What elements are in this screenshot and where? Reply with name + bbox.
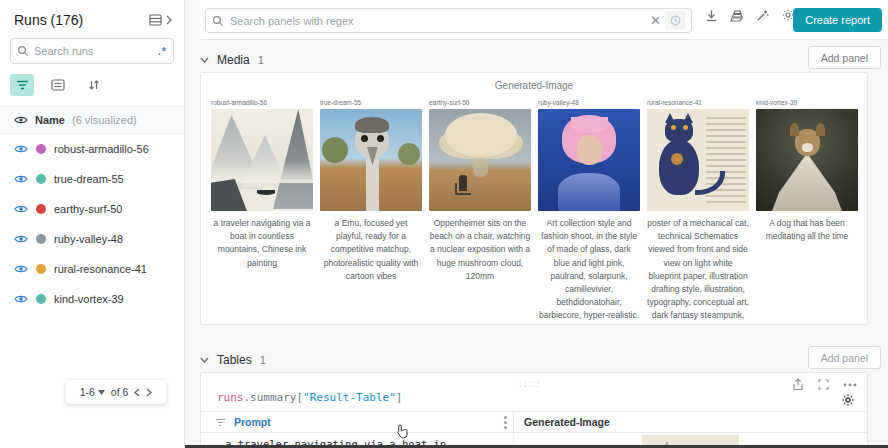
runs-pagination: 1-6 of 6 — [66, 380, 166, 404]
chevron-right-icon — [166, 15, 172, 25]
tables-section-header: Tables 1 Add panel — [200, 346, 888, 374]
chevron-down-icon[interactable] — [98, 390, 105, 395]
run-row[interactable]: rural-resonance-41 — [0, 254, 184, 284]
image-column-header: Generated-Image — [513, 412, 867, 432]
create-report-button[interactable]: Create report — [793, 8, 882, 32]
media-item: kind-vortex-39 A dog that has been medit… — [756, 99, 858, 325]
visibility-eye-icon[interactable] — [14, 294, 28, 304]
runs-name-header: Name (6 visualized) — [0, 106, 184, 134]
add-panel-button[interactable]: Add panel — [808, 46, 881, 69]
expr-object: runs — [217, 391, 244, 404]
media-run-label: true-dream-55 — [320, 99, 422, 109]
drag-handle-icon[interactable]: ::::: — [519, 379, 542, 389]
share-button[interactable] — [792, 378, 804, 391]
media-caption: a Emu, focused yet playful, ready for a … — [320, 217, 422, 283]
chevron-down-icon[interactable] — [200, 357, 209, 363]
media-item: robust-armadillo-56 a traveler navigatin… — [211, 99, 313, 325]
generated-image-panel: Generated-Image robust-armadillo-56 a tr… — [200, 72, 868, 325]
page-range[interactable]: 1-6 — [80, 386, 95, 398]
visibility-eye-icon[interactable] — [14, 174, 28, 184]
clear-search-button[interactable]: ✕ — [646, 14, 665, 27]
runs-search-input[interactable] — [34, 45, 158, 57]
table-settings-button[interactable] — [841, 393, 855, 407]
chevron-down-icon[interactable] — [200, 57, 209, 63]
run-name[interactable]: kind-vortex-39 — [54, 293, 124, 305]
panel-search-input[interactable] — [230, 15, 646, 27]
regex-toggle[interactable]: .* — [158, 45, 167, 57]
generated-image-thumbnail[interactable] — [647, 109, 749, 211]
column-menu-icon[interactable] — [504, 416, 507, 429]
filter-icon — [16, 80, 29, 91]
media-run-label: earthy-surf-50 — [429, 99, 531, 109]
run-row[interactable]: ruby-valley-48 — [0, 224, 184, 254]
run-row[interactable]: earthy-surf-50 — [0, 194, 184, 224]
media-item: earthy-surf-50 Oppenheimer sits on the b… — [429, 99, 531, 325]
list-icon — [51, 79, 65, 91]
add-panel-button[interactable]: Add panel — [808, 346, 881, 369]
expand-runs-table-button[interactable] — [149, 14, 172, 26]
fullscreen-button[interactable] — [818, 379, 829, 390]
media-item: true-dream-55 a Emu, focused yet playful… — [320, 99, 422, 325]
visibility-eye-icon[interactable] — [14, 204, 28, 214]
image-column-label[interactable]: Generated-Image — [524, 416, 610, 428]
weave-expression[interactable]: runs.summary["Result-Table"] — [217, 391, 402, 404]
media-caption: A dog that has been meditating all the t… — [756, 217, 858, 243]
result-table-panel: ::::: runs.summary["Result-Table"] Promp… — [200, 372, 868, 448]
group-runs-button[interactable] — [46, 74, 70, 96]
generated-image-thumbnail[interactable] — [211, 109, 313, 211]
ellipsis-icon — [843, 383, 857, 387]
media-section-title[interactable]: Media — [217, 53, 250, 67]
magic-wand-button[interactable] — [756, 9, 769, 22]
tables-panel-count: 1 — [260, 354, 266, 366]
generated-image-thumbnail[interactable] — [538, 109, 640, 211]
run-name[interactable]: rural-resonance-41 — [54, 263, 147, 275]
gear-icon — [841, 393, 855, 407]
media-run-label: ruby-valley-48 — [538, 99, 640, 109]
run-name[interactable]: earthy-surf-50 — [54, 203, 122, 215]
media-section-header: Media 1 Add panel — [200, 46, 888, 74]
table-panel-actions — [792, 378, 857, 391]
visualized-count: (6 visualized) — [72, 114, 137, 126]
run-name[interactable]: robust-armadillo-56 — [54, 143, 149, 155]
history-icon — [665, 11, 685, 30]
run-row[interactable]: kind-vortex-39 — [0, 284, 184, 314]
media-grid: robust-armadillo-56 a traveler navigatin… — [211, 99, 859, 325]
sort-runs-button[interactable] — [82, 74, 106, 96]
run-color-dot — [36, 264, 46, 274]
visibility-eye-icon[interactable] — [14, 264, 28, 274]
wandb-workspace: Runs (176) .* — [0, 0, 888, 448]
fullscreen-icon — [818, 379, 829, 390]
generated-image-thumbnail[interactable] — [320, 109, 422, 211]
media-caption: a traveler navigating via a boat in coun… — [211, 217, 313, 270]
workspace-main: ✕ Create report — [185, 0, 888, 448]
run-color-dot — [36, 294, 46, 304]
tables-section-title[interactable]: Tables — [217, 353, 252, 367]
prompt-column-header: Prompt — [201, 416, 513, 429]
search-icon — [212, 15, 224, 27]
run-row[interactable]: true-dream-55 — [0, 164, 184, 194]
runs-title: Runs (176) — [14, 12, 83, 28]
run-name[interactable]: true-dream-55 — [54, 173, 124, 185]
visibility-eye-icon[interactable] — [14, 144, 28, 154]
media-item: ruby-valley-48 Art collection style and … — [538, 99, 640, 325]
runs-title-label: Runs — [14, 12, 47, 28]
expr-accessor: .summary[ — [244, 391, 304, 404]
prompt-column-label[interactable]: Prompt — [234, 416, 271, 428]
overflow-menu-button[interactable] — [843, 383, 857, 387]
topbar-actions — [705, 8, 795, 22]
visibility-eye-icon[interactable] — [14, 234, 28, 244]
name-column-label: Name — [35, 114, 65, 126]
run-row[interactable]: robust-armadillo-56 — [0, 134, 184, 164]
generated-image-thumbnail[interactable] — [429, 109, 531, 211]
export-button[interactable] — [705, 9, 718, 22]
prev-page-button[interactable] — [134, 388, 140, 397]
next-page-button[interactable] — [146, 388, 152, 397]
generated-image-thumbnail[interactable] — [756, 109, 858, 211]
column-filter-icon[interactable] — [215, 418, 226, 427]
runs-header: Runs (176) — [0, 0, 184, 36]
panel-layout-button[interactable] — [730, 9, 744, 22]
media-panel-count: 1 — [258, 54, 264, 66]
filter-runs-button[interactable] — [10, 74, 34, 96]
run-name[interactable]: ruby-valley-48 — [54, 233, 123, 245]
runs-search: .* — [10, 38, 174, 64]
